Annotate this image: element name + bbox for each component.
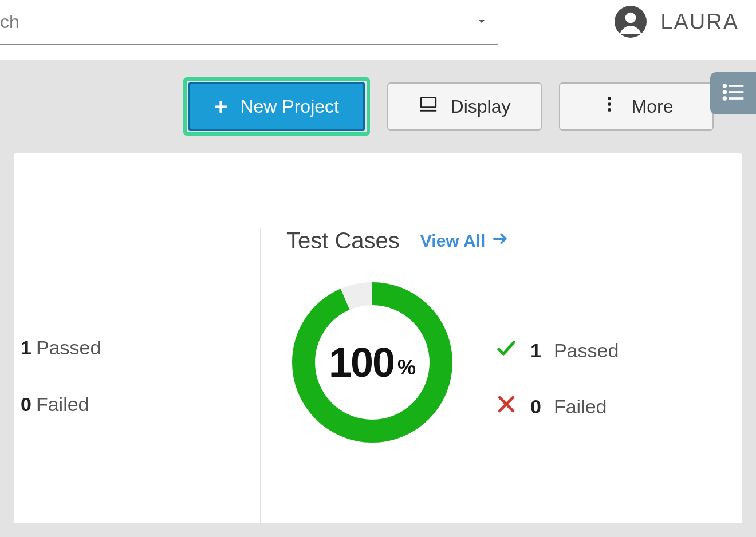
legend-passed-label: Passed	[554, 339, 619, 362]
left-failed-count: 0	[21, 393, 32, 416]
caret-down-icon	[475, 14, 489, 30]
test-cases-panel: Test Cases View All	[260, 228, 509, 537]
left-passed-line: 1 Passed	[21, 337, 101, 359]
more-button[interactable]: More	[559, 82, 714, 131]
search-input[interactable]	[0, 7, 464, 37]
legend-failed-label: Failed	[554, 396, 607, 418]
monitor-icon	[419, 94, 438, 119]
svg-point-9	[723, 90, 727, 94]
donut-center: 100 %	[286, 277, 458, 448]
test-cases-title: Test Cases	[286, 228, 400, 254]
svg-point-7	[723, 84, 727, 88]
x-icon	[495, 393, 518, 420]
pass-rate-unit: %	[397, 356, 416, 380]
search-field-container	[0, 0, 498, 45]
legend-failed: 0 Failed	[495, 393, 619, 420]
pass-rate-value: 100	[329, 339, 394, 386]
left-failed-line: 0 Failed	[21, 393, 101, 416]
list-icon	[720, 80, 746, 107]
svg-point-4	[608, 97, 611, 100]
svg-rect-8	[729, 85, 744, 87]
legend-passed: 1 Passed	[495, 337, 619, 364]
svg-point-5	[608, 102, 611, 106]
side-list-toggle[interactable]	[710, 72, 756, 114]
plus-icon: +	[214, 95, 227, 118]
new-project-label: New Project	[240, 96, 339, 117]
svg-rect-10	[729, 91, 744, 93]
user-name: LAURA	[660, 10, 739, 34]
svg-rect-12	[729, 97, 744, 100]
left-passed-count: 1	[21, 337, 32, 359]
svg-point-11	[723, 96, 727, 100]
kebab-icon	[600, 94, 619, 119]
view-all-link[interactable]: View All	[420, 230, 509, 251]
legend-passed-count: 1	[530, 339, 541, 362]
svg-point-1	[625, 13, 636, 23]
arrow-right-icon	[492, 230, 509, 251]
avatar-icon	[615, 6, 647, 38]
search-dropdown-toggle[interactable]	[464, 0, 498, 45]
new-project-button[interactable]: + New Project	[188, 82, 365, 131]
pass-rate-donut: 100 %	[286, 277, 458, 448]
left-failed-label: Failed	[36, 393, 89, 416]
left-summary-stats: 1 Passed 0 Failed	[21, 337, 101, 416]
left-passed-label: Passed	[36, 337, 101, 359]
display-label: Display	[451, 96, 511, 117]
check-icon	[495, 337, 518, 364]
dashboard-card: 1 Passed 0 Failed Test Cases View All	[14, 153, 742, 523]
toolbar: + New Project Display More	[0, 60, 756, 153]
test-cases-header: Test Cases View All	[286, 228, 509, 254]
top-bar: LAURA	[0, 0, 756, 60]
more-label: More	[632, 96, 674, 117]
view-all-label: View All	[420, 231, 485, 251]
user-menu[interactable]: LAURA	[615, 6, 739, 38]
test-cases-legend: 1 Passed 0 Failed	[495, 337, 619, 420]
new-project-highlight: + New Project	[183, 77, 370, 136]
content-area: 1 Passed 0 Failed Test Cases View All	[0, 153, 756, 537]
svg-rect-2	[421, 98, 436, 108]
display-button[interactable]: Display	[387, 82, 542, 131]
legend-failed-count: 0	[530, 396, 541, 418]
svg-point-6	[608, 108, 611, 112]
